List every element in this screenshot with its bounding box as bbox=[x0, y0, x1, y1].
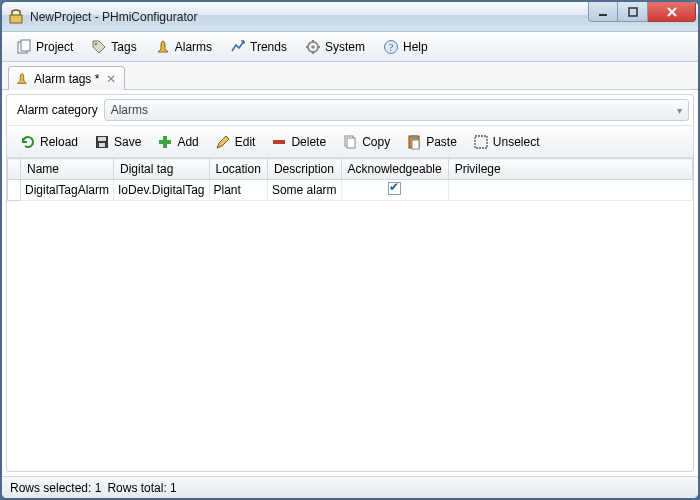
alarm-category-label: Alarm category bbox=[11, 103, 104, 117]
paste-icon bbox=[406, 134, 422, 150]
chevron-down-icon: ▾ bbox=[677, 105, 682, 116]
col-description[interactable]: Description bbox=[267, 159, 341, 180]
reload-icon bbox=[20, 134, 36, 150]
paste-label: Paste bbox=[426, 135, 457, 149]
col-digital-tag[interactable]: Digital tag bbox=[114, 159, 209, 180]
cell-acknowledgeable[interactable] bbox=[341, 180, 448, 201]
alarm-category-row: Alarm category Alarms ▾ bbox=[7, 95, 693, 126]
checkbox-checked-icon[interactable] bbox=[388, 182, 401, 195]
edit-icon bbox=[215, 134, 231, 150]
col-location[interactable]: Location bbox=[209, 159, 267, 180]
reload-label: Reload bbox=[40, 135, 78, 149]
svg-rect-2 bbox=[629, 8, 637, 16]
copy-icon bbox=[342, 134, 358, 150]
window-buttons bbox=[588, 2, 696, 24]
delete-icon bbox=[271, 134, 287, 150]
menubar: Project Tags Alarms Trends System ? Help bbox=[2, 32, 698, 62]
svg-rect-15 bbox=[98, 137, 106, 141]
add-label: Add bbox=[177, 135, 198, 149]
col-name[interactable]: Name bbox=[21, 159, 114, 180]
menu-tags-label: Tags bbox=[111, 40, 136, 54]
svg-rect-0 bbox=[10, 15, 22, 23]
edit-button[interactable]: Edit bbox=[208, 131, 263, 153]
cell-name[interactable]: DigitalTagAlarm bbox=[21, 180, 114, 201]
tab-close-icon[interactable]: ✕ bbox=[104, 72, 118, 86]
status-rows-total: Rows total: 1 bbox=[107, 481, 176, 495]
svg-rect-1 bbox=[599, 14, 607, 16]
status-rows-selected: Rows selected: 1 bbox=[10, 481, 101, 495]
grid-header-row: Name Digital tag Location Description Ac… bbox=[8, 159, 693, 180]
menu-trends[interactable]: Trends bbox=[222, 36, 295, 58]
minimize-icon bbox=[598, 7, 608, 17]
menu-system-label: System bbox=[325, 40, 365, 54]
cell-description[interactable]: Some alarm bbox=[267, 180, 341, 201]
unselect-icon bbox=[473, 134, 489, 150]
svg-point-7 bbox=[311, 45, 315, 49]
unselect-button[interactable]: Unselect bbox=[466, 131, 547, 153]
save-button[interactable]: Save bbox=[87, 131, 148, 153]
svg-rect-25 bbox=[475, 136, 487, 148]
svg-text:?: ? bbox=[389, 42, 394, 53]
add-button[interactable]: Add bbox=[150, 131, 205, 153]
maximize-button[interactable] bbox=[618, 2, 648, 22]
project-icon bbox=[16, 39, 32, 55]
svg-rect-18 bbox=[159, 140, 171, 144]
copy-label: Copy bbox=[362, 135, 390, 149]
alarm-category-value: Alarms bbox=[111, 103, 148, 117]
content-panel: Alarm category Alarms ▾ Reload Save Add … bbox=[6, 94, 694, 472]
svg-point-5 bbox=[95, 42, 97, 44]
svg-rect-16 bbox=[99, 143, 105, 147]
statusbar: Rows selected: 1 Rows total: 1 bbox=[2, 476, 698, 498]
copy-button[interactable]: Copy bbox=[335, 131, 397, 153]
cell-location[interactable]: Plant bbox=[209, 180, 267, 201]
col-acknowledgeable[interactable]: Acknowledgeable bbox=[341, 159, 448, 180]
delete-button[interactable]: Delete bbox=[264, 131, 333, 153]
menu-tags[interactable]: Tags bbox=[83, 36, 144, 58]
close-icon bbox=[666, 6, 678, 18]
menu-project[interactable]: Project bbox=[8, 36, 81, 58]
toolbar: Reload Save Add Edit Delete Copy bbox=[7, 126, 693, 158]
cell-privilege[interactable] bbox=[448, 180, 692, 201]
paste-button[interactable]: Paste bbox=[399, 131, 464, 153]
menu-alarms[interactable]: Alarms bbox=[147, 36, 220, 58]
menu-alarms-label: Alarms bbox=[175, 40, 212, 54]
unselect-label: Unselect bbox=[493, 135, 540, 149]
menu-project-label: Project bbox=[36, 40, 73, 54]
svg-rect-24 bbox=[412, 140, 419, 149]
menu-help[interactable]: ? Help bbox=[375, 36, 436, 58]
help-icon: ? bbox=[383, 39, 399, 55]
tab-alarm-tags[interactable]: Alarm tags * ✕ bbox=[8, 66, 125, 90]
svg-rect-21 bbox=[347, 138, 355, 148]
reload-button[interactable]: Reload bbox=[13, 131, 85, 153]
cell-digital-tag[interactable]: IoDev.DigitalTag bbox=[114, 180, 209, 201]
data-grid[interactable]: Name Digital tag Location Description Ac… bbox=[7, 158, 693, 471]
rowheader-blank bbox=[8, 159, 21, 180]
col-privilege[interactable]: Privilege bbox=[448, 159, 692, 180]
menu-help-label: Help bbox=[403, 40, 428, 54]
tags-icon bbox=[91, 39, 107, 55]
delete-label: Delete bbox=[291, 135, 326, 149]
maximize-icon bbox=[628, 7, 638, 17]
app-window: NewProject - PHmiConfigurator Project Ta… bbox=[1, 1, 699, 499]
tabstrip: Alarm tags * ✕ bbox=[2, 62, 698, 90]
close-button[interactable] bbox=[648, 2, 696, 22]
tab-label: Alarm tags * bbox=[34, 72, 99, 86]
titlebar: NewProject - PHmiConfigurator bbox=[2, 2, 698, 32]
save-icon bbox=[94, 134, 110, 150]
bell-icon bbox=[15, 72, 29, 86]
svg-rect-19 bbox=[273, 140, 285, 144]
menu-trends-label: Trends bbox=[250, 40, 287, 54]
svg-rect-4 bbox=[21, 40, 30, 51]
table-row[interactable]: DigitalTagAlarm IoDev.DigitalTag Plant S… bbox=[8, 180, 693, 201]
minimize-button[interactable] bbox=[588, 2, 618, 22]
system-icon bbox=[305, 39, 321, 55]
add-icon bbox=[157, 134, 173, 150]
row-handle[interactable] bbox=[8, 180, 21, 201]
alarm-category-select[interactable]: Alarms ▾ bbox=[104, 99, 689, 121]
svg-rect-23 bbox=[411, 135, 417, 138]
menu-system[interactable]: System bbox=[297, 36, 373, 58]
save-label: Save bbox=[114, 135, 141, 149]
trends-icon bbox=[230, 39, 246, 55]
app-icon bbox=[8, 9, 24, 25]
alarms-icon bbox=[155, 39, 171, 55]
